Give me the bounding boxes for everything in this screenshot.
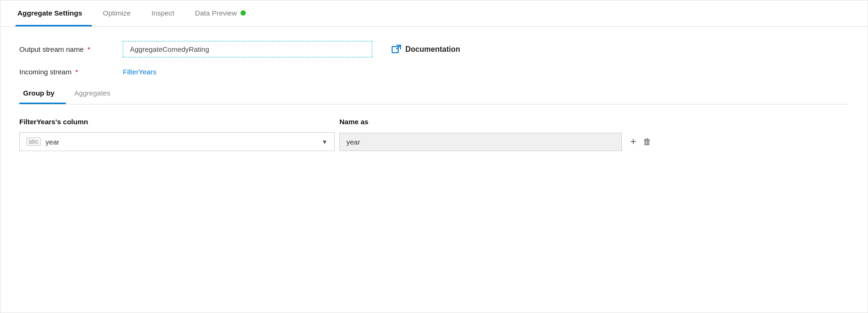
type-badge: abc bbox=[26, 137, 41, 146]
output-stream-label: Output stream name * bbox=[19, 45, 123, 53]
subtab-aggregates[interactable]: Aggregates bbox=[71, 86, 122, 104]
external-link-icon bbox=[391, 44, 402, 55]
tabs-bar: Aggregate Settings Optimize Inspect Data… bbox=[0, 0, 868, 27]
incoming-stream-link[interactable]: FilterYears bbox=[123, 68, 156, 76]
name-as-input[interactable] bbox=[339, 133, 622, 151]
column-dropdown[interactable]: abc year ▼ bbox=[19, 132, 335, 151]
required-star: * bbox=[88, 45, 90, 53]
col-header-name-as: Name as bbox=[339, 118, 622, 126]
subtabs-bar: Group by Aggregates bbox=[19, 86, 849, 104]
col-header-filter-years: FilterYears's column bbox=[19, 118, 339, 126]
groupby-content: FilterYears's column Name as abc year ▼ bbox=[19, 104, 849, 151]
output-stream-row: Output stream name * Documentation bbox=[19, 41, 849, 57]
action-buttons: + bbox=[630, 136, 651, 147]
column-headers: FilterYears's column Name as bbox=[19, 118, 849, 126]
tab-inspect[interactable]: Inspect bbox=[150, 0, 184, 26]
delete-row-button[interactable] bbox=[643, 136, 651, 147]
data-preview-indicator bbox=[241, 10, 246, 16]
svg-rect-0 bbox=[392, 47, 398, 53]
tab-optimize[interactable]: Optimize bbox=[101, 0, 140, 26]
incoming-stream-row: Incoming stream * FilterYears bbox=[19, 68, 849, 76]
content-area: Output stream name * Documentation Incom… bbox=[0, 27, 868, 313]
tab-data-preview[interactable]: Data Preview bbox=[193, 0, 255, 26]
documentation-link[interactable]: Documentation bbox=[391, 44, 460, 55]
groupby-row: abc year ▼ + bbox=[19, 132, 849, 151]
trash-icon bbox=[643, 136, 651, 146]
chevron-down-icon: ▼ bbox=[321, 138, 328, 145]
subtab-group-by[interactable]: Group by bbox=[19, 86, 66, 104]
add-row-button[interactable]: + bbox=[630, 136, 636, 147]
column-value: year bbox=[46, 138, 59, 146]
output-stream-input[interactable] bbox=[123, 41, 372, 57]
documentation-label: Documentation bbox=[405, 45, 460, 54]
incoming-required-star: * bbox=[75, 68, 78, 76]
incoming-stream-label: Incoming stream * bbox=[19, 68, 123, 76]
tab-aggregate-settings[interactable]: Aggregate Settings bbox=[16, 0, 92, 26]
